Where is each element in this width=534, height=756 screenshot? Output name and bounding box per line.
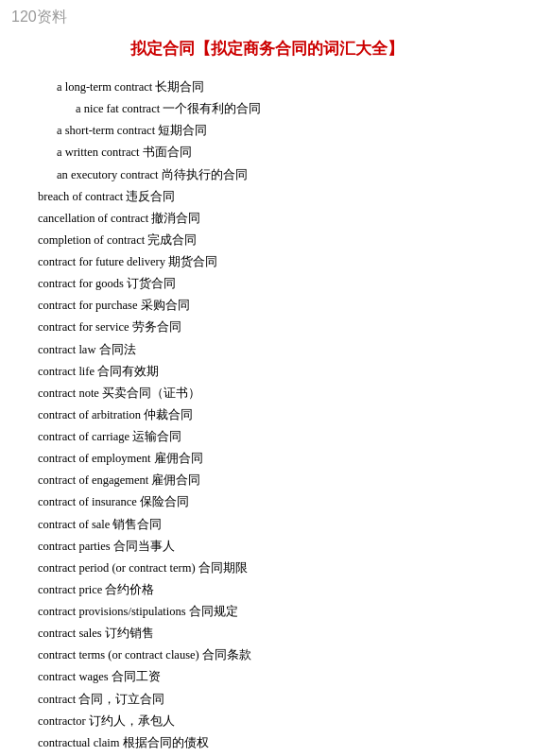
list-item: a nice fat contract 一个很有利的合同 xyxy=(38,98,496,120)
watermark-label: 120资料 xyxy=(11,8,67,27)
list-item: contract of engagement 雇佣合同 xyxy=(38,470,496,491)
list-item: contract parties 合同当事人 xyxy=(38,536,496,558)
list-item: contract for purchase 采购合同 xyxy=(38,295,496,317)
list-item: contract note 买卖合同（证书） xyxy=(38,383,496,404)
list-item: breach of contract 违反合同 xyxy=(38,186,496,208)
list-item: contract sales 订约销售 xyxy=(38,623,496,644)
list-item: a short-term contract 短期合同 xyxy=(38,120,496,142)
list-item: contract of employment 雇佣合同 xyxy=(38,448,496,470)
list-item: contract wages 合同工资 xyxy=(38,666,496,688)
list-item: contract for goods 订货合同 xyxy=(38,273,496,295)
list-item: contractor 订约人，承包人 xyxy=(38,711,496,732)
list-item: contract period (or contract term) 合同期限 xyxy=(38,558,496,579)
list-item: contract life 合同有效期 xyxy=(38,361,496,383)
list-item: contract for future delivery 期货合同 xyxy=(38,251,496,273)
list-item: contractual claim 根据合同的债权 xyxy=(38,732,496,754)
page-title: 拟定合同【拟定商务合同的词汇大全】 xyxy=(38,38,496,60)
list-item: contract law 合同法 xyxy=(38,339,496,361)
list-item: contract price 合约价格 xyxy=(38,579,496,601)
list-item: an executory contract 尚待执行的合同 xyxy=(38,164,496,186)
list-item: contract of insurance 保险合同 xyxy=(38,491,496,513)
list-item: completion of contract 完成合同 xyxy=(38,230,496,251)
list-item: contract provisions/stipulations 合同规定 xyxy=(38,601,496,623)
list-item: contract of sale 销售合同 xyxy=(38,514,496,536)
list-item: contract of arbitration 仲裁合同 xyxy=(38,404,496,426)
list-item: contract 合同，订立合同 xyxy=(38,689,496,711)
list-item: a written contract 书面合同 xyxy=(38,142,496,163)
list-item: contract terms (or contract clause) 合同条款 xyxy=(38,644,496,666)
entries-list: a long-term contract 长期合同a nice fat cont… xyxy=(38,77,496,756)
list-item: a long-term contract 长期合同 xyxy=(38,77,496,98)
list-item: contract for service 劳务合同 xyxy=(38,317,496,338)
list-item: cancellation of contract 撤消合同 xyxy=(38,208,496,230)
list-item: contract of carriage 运输合同 xyxy=(38,426,496,448)
